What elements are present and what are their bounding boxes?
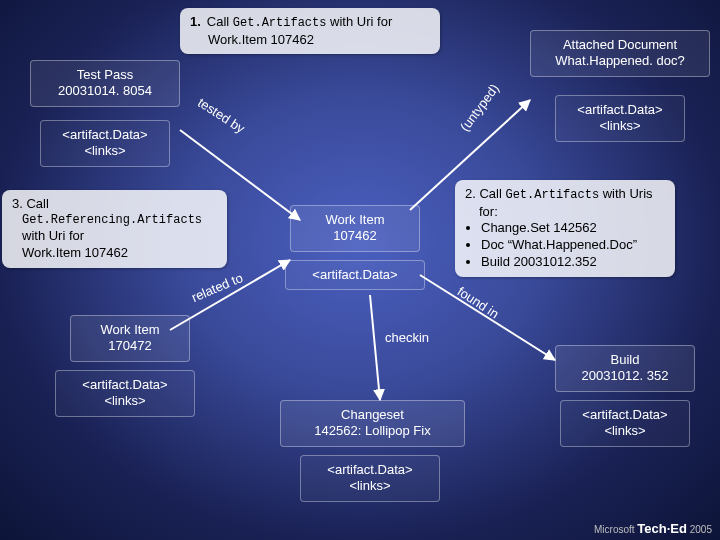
footer-year: 2005 bbox=[690, 524, 712, 535]
callout-1-pre: Call bbox=[207, 14, 233, 29]
wi2-art-l1: <artifact.Data> bbox=[66, 377, 184, 393]
cs-l2: 142562: Lollipop Fix bbox=[291, 423, 454, 439]
c2-line1: 2. Call bbox=[465, 186, 505, 201]
c2-line2: for: bbox=[479, 204, 665, 221]
node-testpass: Test Pass 20031014. 8054 bbox=[30, 60, 180, 107]
wi-art-l1: <artifact.Data> bbox=[296, 267, 414, 283]
tp-art-l2: <links> bbox=[51, 143, 159, 159]
callout-1-num: 1. bbox=[190, 14, 201, 31]
tp-art-l1: <artifact.Data> bbox=[51, 127, 159, 143]
build-art-l1: <artifact.Data> bbox=[571, 407, 679, 423]
c3-code: Get.Referencing.Artifacts bbox=[22, 213, 217, 229]
cs-art-l1: <artifact.Data> bbox=[311, 462, 429, 478]
doc-art-l2: <links> bbox=[566, 118, 674, 134]
doc-l2: What.Happened. doc? bbox=[541, 53, 699, 69]
edge-untyped: (untyped) bbox=[457, 81, 502, 134]
cs-art-l2: <links> bbox=[311, 478, 429, 494]
edge-found-in: found in bbox=[455, 284, 502, 322]
c2-b2: Doc “What.Happened.Doc” bbox=[481, 237, 665, 254]
edge-related-to: related to bbox=[189, 270, 245, 305]
c3-line2: with Uri for bbox=[22, 228, 217, 245]
callout-1-code: Get.Artifacts bbox=[233, 16, 327, 30]
node-build-artifact: <artifact.Data> <links> bbox=[560, 400, 690, 447]
build-art-l2: <links> bbox=[571, 423, 679, 439]
callout-3: 3. Call Get.Referencing.Artifacts with U… bbox=[2, 190, 227, 268]
wi2-l1: Work Item bbox=[81, 322, 179, 338]
callout-1-line2: Work.Item 107462 bbox=[208, 32, 314, 47]
c3-line3: Work.Item 107462 bbox=[22, 245, 217, 262]
node-doc: Attached Document What.Happened. doc? bbox=[530, 30, 710, 77]
edge-tested-by: tested by bbox=[195, 95, 247, 136]
c3-line1: 3. Call bbox=[12, 196, 217, 213]
footer-brand: Microsoft Tech·Ed 2005 bbox=[594, 521, 712, 536]
testpass-l1: Test Pass bbox=[41, 67, 169, 83]
node-changeset: Changeset 142562: Lollipop Fix bbox=[280, 400, 465, 447]
doc-art-l1: <artifact.Data> bbox=[566, 102, 674, 118]
edge-checkin: checkin bbox=[385, 330, 429, 345]
node-workitem-170472: Work Item 170472 bbox=[70, 315, 190, 362]
node-testpass-artifact: <artifact.Data> <links> bbox=[40, 120, 170, 167]
callout-2: 2. Call Get.Artifacts with Uris for: Cha… bbox=[455, 180, 675, 277]
node-build: Build 20031012. 352 bbox=[555, 345, 695, 392]
node-doc-artifact: <artifact.Data> <links> bbox=[555, 95, 685, 142]
c2-b1: Change.Set 142562 bbox=[481, 220, 665, 237]
wi2-art-l2: <links> bbox=[66, 393, 184, 409]
build-l2: 20031012. 352 bbox=[566, 368, 684, 384]
node-wi2-artifact: <artifact.Data> <links> bbox=[55, 370, 195, 417]
node-cs-artifact: <artifact.Data> <links> bbox=[300, 455, 440, 502]
node-workitem-107462: Work Item 107462 bbox=[290, 205, 420, 252]
build-l1: Build bbox=[566, 352, 684, 368]
wi-l1: Work Item bbox=[301, 212, 409, 228]
callout-1-post: with Uri for bbox=[326, 14, 392, 29]
footer-ms: Microsoft bbox=[594, 524, 635, 535]
node-wi-artifact: <artifact.Data> bbox=[285, 260, 425, 290]
svg-line-4 bbox=[370, 295, 380, 400]
cs-l1: Changeset bbox=[291, 407, 454, 423]
wi2-l2: 170472 bbox=[81, 338, 179, 354]
testpass-l2: 20031014. 8054 bbox=[41, 83, 169, 99]
callout-1: 1. Call Get.Artifacts with Uri for Work.… bbox=[180, 8, 440, 54]
footer-event: Tech·Ed bbox=[637, 521, 687, 536]
c2-b3: Build 20031012.352 bbox=[481, 254, 665, 271]
wi-l2: 107462 bbox=[301, 228, 409, 244]
doc-l1: Attached Document bbox=[541, 37, 699, 53]
c2-code1: Get.Artifacts bbox=[505, 188, 599, 202]
c2-line1b: with Uris bbox=[599, 186, 652, 201]
